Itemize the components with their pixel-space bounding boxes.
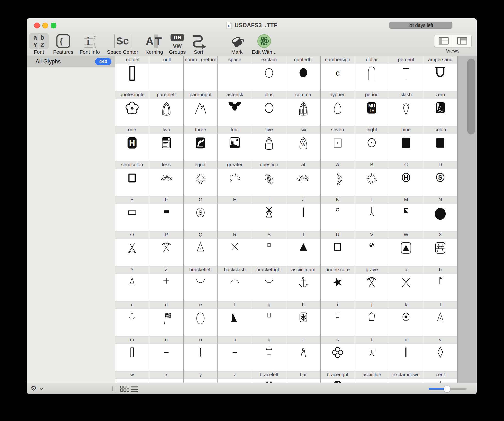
glyph-cell[interactable]: [252, 378, 286, 383]
glyph-cell[interactable]: [252, 63, 286, 91]
glyph-cell[interactable]: [389, 238, 423, 266]
glyph-cell[interactable]: [184, 238, 218, 266]
toolbar-item-space-center[interactable]: ScSpace Center: [105, 33, 141, 55]
glyph-cell[interactable]: [389, 98, 423, 126]
glyph-cell[interactable]: MUTH: [355, 98, 389, 126]
glyph-cell[interactable]: [355, 308, 389, 336]
toolbar-item-edit-with[interactable]: Edit With...: [247, 33, 281, 55]
toolbar-item-sort[interactable]: Sort: [189, 33, 208, 55]
glyph-cell[interactable]: [423, 203, 458, 231]
glyph-cell[interactable]: [286, 378, 321, 383]
glyph-cell[interactable]: [252, 238, 286, 266]
glyph-cell[interactable]: [423, 238, 458, 266]
chevron-down-icon[interactable]: [39, 387, 43, 391]
glyph-cell[interactable]: [252, 98, 286, 126]
glyph-cell[interactable]: [218, 98, 252, 126]
glyph-cell[interactable]: [252, 343, 286, 371]
glyph-cell[interactable]: [149, 203, 184, 231]
glyph-cell[interactable]: [355, 203, 389, 231]
glyph-cell[interactable]: [218, 308, 252, 336]
sidebar-item-all-glyphs[interactable]: All Glyphs440: [27, 56, 115, 67]
glyph-cell[interactable]: [286, 308, 321, 336]
list-view-icon[interactable]: [131, 386, 138, 393]
glyph-cell[interactable]: [218, 273, 252, 301]
glyph-cell[interactable]: [423, 378, 458, 383]
glyph-cell[interactable]: [389, 343, 423, 371]
glyph-cell[interactable]: [321, 273, 355, 301]
view-toggle-button-2[interactable]: [453, 35, 472, 47]
glyph-cell[interactable]: c: [321, 63, 355, 91]
glyph-cell[interactable]: [355, 168, 389, 196]
glyph-cell[interactable]: [355, 238, 389, 266]
glyph-cell[interactable]: [286, 343, 321, 371]
toolbar-item-mark[interactable]: Mark: [225, 33, 249, 55]
view-toggle-button-1[interactable]: [434, 35, 453, 47]
glyph-cell[interactable]: [286, 273, 321, 301]
glyph-cell[interactable]: [423, 343, 458, 371]
glyph-cell[interactable]: [423, 98, 458, 126]
glyph-cell[interactable]: [184, 308, 218, 336]
glyph-cell[interactable]: [355, 343, 389, 371]
glyph-cell[interactable]: [355, 273, 389, 301]
glyph-cell[interactable]: S: [423, 168, 458, 196]
toolbar-item-groups[interactable]: oevwGroups: [167, 33, 187, 55]
glyph-cell[interactable]: [184, 343, 218, 371]
glyph-cell[interactable]: [355, 378, 389, 383]
glyph-cell[interactable]: [389, 273, 423, 301]
glyph-cell[interactable]: [389, 308, 423, 336]
scrollbar-thumb[interactable]: [467, 59, 475, 134]
glyph-cell[interactable]: [252, 168, 286, 196]
toolbar-item-features[interactable]: {_Features: [51, 33, 75, 55]
gear-icon[interactable]: ⚙: [31, 384, 37, 392]
glyph-cell[interactable]: [149, 238, 184, 266]
glyph-cell[interactable]: [389, 63, 423, 91]
glyph-cell[interactable]: [286, 238, 321, 266]
glyph-cell[interactable]: [149, 168, 184, 196]
glyph-cell[interactable]: [149, 308, 184, 336]
glyph-cell[interactable]: [149, 133, 184, 161]
glyph-cell[interactable]: [321, 238, 355, 266]
glyph-cell[interactable]: [184, 273, 218, 301]
glyph-cell[interactable]: [184, 133, 218, 161]
glyph-cell[interactable]: [184, 378, 218, 383]
glyph-cell[interactable]: [115, 238, 149, 266]
glyph-cell[interactable]: [218, 133, 252, 161]
glyph-cell[interactable]: [321, 343, 355, 371]
glyph-cell[interactable]: [149, 378, 184, 383]
glyph-cell[interactable]: [115, 63, 149, 91]
glyph-cell[interactable]: [149, 63, 184, 91]
glyph-cell[interactable]: [149, 343, 184, 371]
glyph-cell[interactable]: [218, 343, 252, 371]
glyph-cell[interactable]: [286, 98, 321, 126]
zoom-slider[interactable]: [429, 383, 467, 394]
glyph-cell[interactable]: [389, 378, 423, 383]
glyph-cell[interactable]: [184, 98, 218, 126]
glyph-cell[interactable]: H: [115, 133, 149, 161]
glyph-cell[interactable]: [252, 133, 286, 161]
glyph-cell[interactable]: [218, 168, 252, 196]
glyph-cell[interactable]: [286, 63, 321, 91]
glyph-cell[interactable]: [355, 63, 389, 91]
glyph-cell[interactable]: [115, 98, 149, 126]
glyph-cell[interactable]: [218, 378, 252, 383]
glyph-cell[interactable]: [355, 133, 389, 161]
glyph-cell[interactable]: [184, 63, 218, 91]
glyph-cell[interactable]: [184, 168, 218, 196]
glyph-cell[interactable]: [252, 273, 286, 301]
glyph-cell[interactable]: [389, 203, 423, 231]
glyph-cell[interactable]: [321, 308, 355, 336]
glyph-cell[interactable]: [115, 378, 149, 383]
trial-badge[interactable]: 28 days left: [389, 22, 452, 29]
glyph-cell[interactable]: [218, 203, 252, 231]
glyph-cell[interactable]: [321, 203, 355, 231]
glyph-cell[interactable]: [286, 203, 321, 231]
glyph-cell[interactable]: [115, 168, 149, 196]
glyph-cell[interactable]: [423, 273, 458, 301]
glyph-cell[interactable]: [252, 308, 286, 336]
glyph-cell[interactable]: H: [389, 168, 423, 196]
grid-view-icon[interactable]: [120, 386, 129, 393]
glyph-cell[interactable]: S: [184, 203, 218, 231]
glyph-cell[interactable]: [149, 98, 184, 126]
glyph-cell[interactable]: [423, 133, 458, 161]
glyph-cell[interactable]: [115, 203, 149, 231]
